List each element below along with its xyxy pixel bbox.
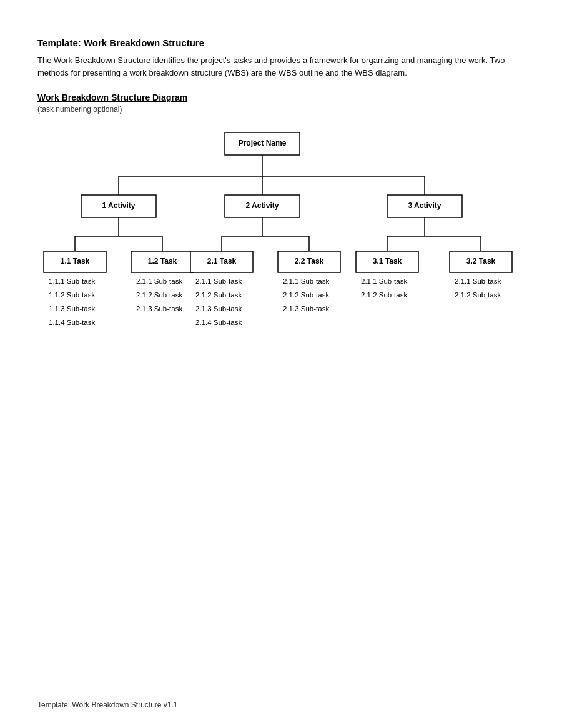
svg-text:3 Activity: 3 Activity: [408, 201, 441, 210]
subtask-1-1-2: 1.1.2 Sub-task: [49, 291, 95, 299]
subtask-2-2-2: 2.1.2 Sub-task: [283, 291, 329, 299]
svg-text:2.1 Task: 2.1 Task: [207, 257, 237, 266]
svg-text:1.1 Task: 1.1 Task: [61, 257, 90, 266]
svg-text:Project Name: Project Name: [239, 139, 287, 147]
svg-text:3.1 Task: 3.1 Task: [373, 257, 402, 266]
subtask-1-2-3: 2.1.3 Sub-task: [136, 305, 182, 312]
page-title: Template: Work Breakdown Structure: [37, 37, 525, 48]
wbs-svg: Project Name 1 Activity 2 Activity 3 Act…: [37, 126, 525, 401]
subtask-3-2-1: 2.1.1 Sub-task: [455, 277, 501, 285]
activity-3-box: 3 Activity: [387, 195, 462, 217]
subtask-2-1-3: 2.1.3 Sub-task: [195, 305, 242, 312]
task-2-1-box: 2.1 Task: [190, 251, 253, 272]
subtask-1-2-2: 2.1.2 Sub-task: [136, 291, 182, 299]
footer: Template: Work Breakdown Structure v1.1: [37, 701, 178, 709]
diagram-section-subtitle: (task numbering optional): [37, 105, 525, 114]
activity-2-box: 2 Activity: [225, 195, 300, 217]
subtask-3-1-1: 2.1.1 Sub-task: [361, 277, 407, 285]
wbs-diagram: Project Name 1 Activity 2 Activity 3 Act…: [37, 126, 525, 401]
task-1-2-box: 1.2 Task: [131, 251, 194, 272]
task-2-2-box: 2.2 Task: [278, 251, 340, 272]
subtask-2-2-3: 2.1.3 Sub-task: [283, 305, 329, 312]
subtask-3-1-2: 2.1.2 Sub-task: [361, 291, 407, 299]
page-description: The Work Breakdown Structure identifies …: [37, 54, 525, 79]
svg-text:1.2 Task: 1.2 Task: [148, 257, 177, 266]
subtask-1-2-1: 2.1.1 Sub-task: [136, 277, 182, 285]
subtask-3-2-2: 2.1.2 Sub-task: [455, 291, 501, 299]
svg-text:2 Activity: 2 Activity: [246, 201, 279, 210]
task-1-1-box: 1.1 Task: [44, 251, 106, 272]
root-node: Project Name: [225, 132, 300, 155]
subtask-2-2-1: 2.1.1 Sub-task: [283, 277, 329, 285]
diagram-section-title: Work Breakdown Structure Diagram: [37, 92, 525, 102]
svg-text:3.2 Task: 3.2 Task: [466, 257, 496, 266]
subtask-2-1-1: 2.1.1 Sub-task: [195, 277, 242, 285]
svg-text:2.2 Task: 2.2 Task: [295, 257, 324, 266]
svg-text:1 Activity: 1 Activity: [102, 201, 136, 210]
subtask-1-1-4: 1.1.4 Sub-task: [49, 319, 95, 326]
subtask-1-1-1: 1.1.1 Sub-task: [49, 277, 95, 285]
task-3-2-box: 3.2 Task: [450, 251, 512, 272]
subtask-2-1-4: 2.1.4 Sub-task: [195, 319, 242, 326]
task-3-1-box: 3.1 Task: [356, 251, 418, 272]
subtask-2-1-2: 2.1.2 Sub-task: [195, 291, 242, 299]
activity-1-box: 1 Activity: [81, 195, 156, 217]
subtask-1-1-3: 1.1.3 Sub-task: [49, 305, 95, 312]
